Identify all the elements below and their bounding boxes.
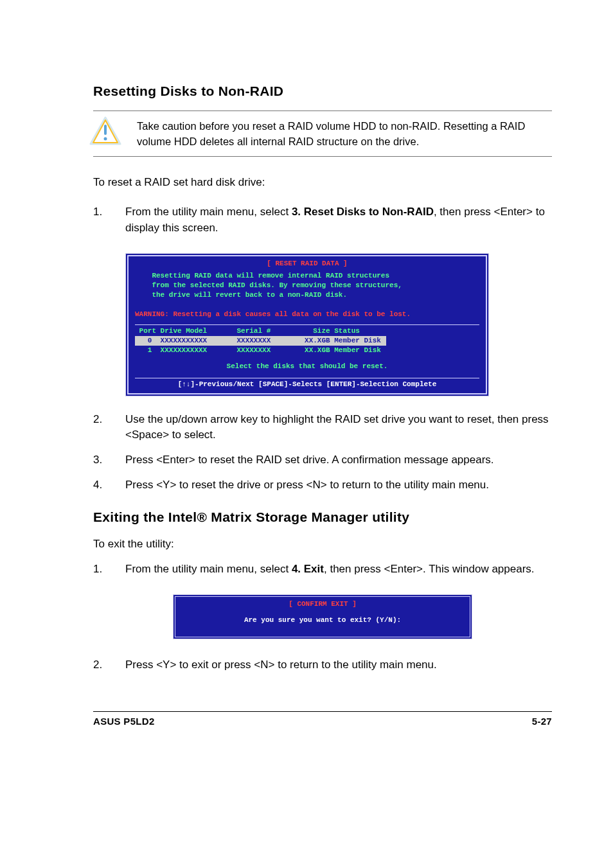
caution-text: Take caution before you reset a RAID vol… — [137, 116, 552, 150]
bios-title: [ RESET RAID DATA ] — [135, 259, 479, 269]
document-page: Resetting Disks to Non-RAID Take caution… — [0, 0, 613, 868]
step-number: 1. — [93, 562, 125, 578]
step-text: Press <Y> to exit or press <N> to return… — [125, 657, 552, 673]
step-text: Use the up/down arrow key to highlight t… — [125, 412, 552, 443]
bios-title: [ CONFIRM EXIT ] — [182, 599, 463, 609]
steps-list-reset: 1. From the utility main menu, select 3.… — [93, 204, 552, 236]
step-text: From the utility main menu, select — [125, 206, 292, 218]
intro-text-reset: To reset a RAID set hard disk drive: — [93, 175, 552, 191]
bios-selected-row: 0 XXXXXXXXXXX XXXXXXXX XX.XGB Member Dis… — [135, 336, 479, 346]
step-bold: 4. Exit — [292, 563, 324, 575]
svg-rect-2 — [104, 125, 107, 135]
bios-screenshot-exit: [ CONFIRM EXIT ] Are you sure you want t… — [93, 594, 552, 639]
section-heading-reset: Resetting Disks to Non-RAID — [93, 84, 552, 99]
bios-warning-line: WARNING: Resetting a disk causes all dat… — [135, 310, 479, 319]
caution-box: Take caution before you reset a RAID vol… — [93, 111, 552, 157]
bios-footer-hints: [↑↓]-Previous/Next [SPACE]-Selects [ENTE… — [135, 378, 479, 389]
step-bold: 3. Reset Disks to Non-RAID — [292, 206, 434, 218]
steps-list-reset-cont: 2. Use the up/down arrow key to highligh… — [93, 412, 552, 493]
caution-icon — [89, 116, 121, 148]
bios-screenshot-reset: [ RESET RAID DATA ] Resetting RAID data … — [125, 253, 552, 396]
step-text: Press <Enter> to reset the RAID set driv… — [125, 452, 552, 468]
step-1-exit: 1. From the utility main menu, select 4.… — [93, 562, 552, 578]
bios-disk-row: 1 XXXXXXXXXXX XXXXXXXX XX.XGB Member Dis… — [135, 346, 479, 355]
step-text: Press <Y> to reset the drive or press <N… — [125, 477, 552, 493]
bios-body-line: from the selected RAID disks. By removin… — [135, 281, 479, 290]
svg-point-3 — [104, 137, 107, 141]
step-number: 1. — [93, 204, 125, 236]
step-number: 2. — [93, 412, 125, 443]
footer-page-number: 5-27 — [532, 716, 552, 727]
bios-inner: [ CONFIRM EXIT ] Are you sure you want t… — [175, 596, 470, 637]
bios-body-line: Resetting RAID data will remove internal… — [135, 271, 479, 281]
step-2-exit: 2. Press <Y> to exit or press <N> to ret… — [93, 657, 552, 673]
step-number: 4. — [93, 477, 125, 493]
step-text: From the utility main menu, select — [125, 563, 292, 575]
bios-blank-line — [135, 300, 479, 310]
step-4: 4. Press <Y> to reset the drive or press… — [93, 477, 552, 493]
bios-prompt: Select the disks that should be reset. — [135, 362, 479, 371]
bios-outer-border: [ CONFIRM EXIT ] Are you sure you want t… — [173, 594, 472, 639]
bios-outer-border: [ RESET RAID DATA ] Resetting RAID data … — [125, 253, 489, 396]
bios-body-line: the drive will revert back to a non-RAID… — [135, 290, 479, 300]
page-footer: ASUS P5LD2 5-27 — [93, 711, 552, 727]
steps-list-exit-cont: 2. Press <Y> to exit or press <N> to ret… — [93, 657, 552, 673]
step-1: 1. From the utility main menu, select 3.… — [93, 204, 552, 236]
bios-exit-msg: Are you sure you want to exit? (Y/N): — [182, 616, 463, 625]
intro-text-exit: To exit the utility: — [93, 536, 552, 553]
footer-product: ASUS P5LD2 — [93, 716, 155, 727]
steps-list-exit: 1. From the utility main menu, select 4.… — [93, 562, 552, 578]
step-number: 3. — [93, 452, 125, 468]
step-2: 2. Use the up/down arrow key to highligh… — [93, 412, 552, 443]
bios-header-row: Port Drive Model Serial # Size Status — [135, 324, 479, 336]
bios-inner: [ RESET RAID DATA ] Resetting RAID data … — [127, 255, 487, 394]
step-3: 3. Press <Enter> to reset the RAID set d… — [93, 452, 552, 468]
step-text: , then press <Enter>. This window appear… — [324, 563, 535, 575]
section-heading-exit: Exiting the Intel® Matrix Storage Manage… — [93, 509, 552, 525]
step-number: 2. — [93, 657, 125, 673]
